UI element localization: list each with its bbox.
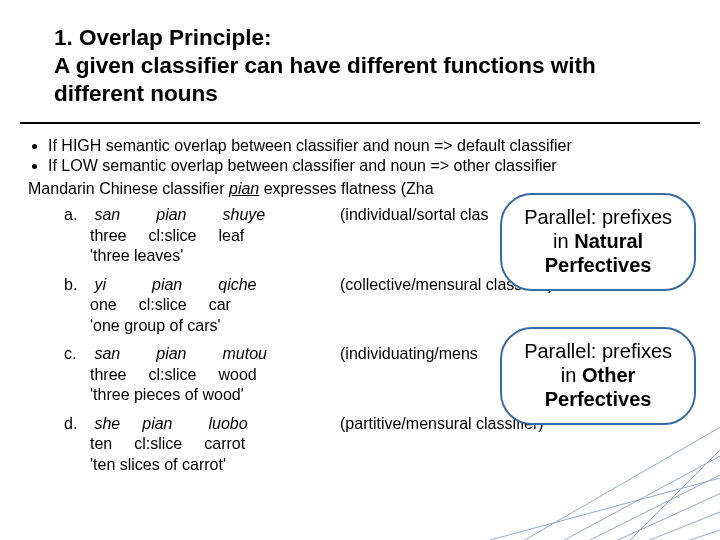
callout-bold: Perfectives bbox=[545, 254, 652, 276]
example-label: b. bbox=[64, 275, 90, 295]
slide-title: 1. Overlap Principle: A given classifier… bbox=[54, 24, 666, 108]
word: pian bbox=[156, 205, 186, 225]
gloss-word: ten bbox=[90, 434, 112, 454]
word: yi bbox=[94, 275, 106, 295]
example-words: sanpianshuye bbox=[94, 205, 301, 225]
word: pian bbox=[152, 275, 182, 295]
gloss-word: carrot bbox=[204, 434, 245, 454]
word: qiche bbox=[218, 275, 256, 295]
example-label: c. bbox=[64, 344, 90, 364]
example-label: d. bbox=[64, 414, 90, 434]
gloss-word: leaf bbox=[218, 226, 244, 246]
example-label: a. bbox=[64, 205, 90, 225]
callout-natural-perfectives: Parallel: prefixes in Natural Perfective… bbox=[500, 193, 696, 291]
svg-line-3 bbox=[550, 500, 720, 540]
bullet-list: If HIGH semantic overlap between classif… bbox=[28, 136, 692, 177]
word: san bbox=[94, 344, 120, 364]
title-line2: A given classifier can have different fu… bbox=[54, 53, 596, 106]
word: shuye bbox=[223, 205, 266, 225]
gloss-word: wood bbox=[218, 365, 256, 385]
title-block: 1. Overlap Principle: A given classifier… bbox=[54, 24, 666, 108]
callout-line: Parallel: prefixes bbox=[524, 206, 672, 228]
callout-line: in bbox=[553, 230, 574, 252]
bullet-item: If LOW semantic overlap between classifi… bbox=[48, 156, 692, 176]
callout-bold: Other bbox=[582, 364, 635, 386]
gloss-word: cl:slice bbox=[148, 226, 196, 246]
callout-bold: Perfectives bbox=[545, 388, 652, 410]
bullet-item: If HIGH semantic overlap between classif… bbox=[48, 136, 692, 156]
gloss-word: three bbox=[90, 365, 126, 385]
intro-prefix: Mandarin Chinese classifier bbox=[28, 180, 229, 197]
example-note: (individual/sortal clas bbox=[340, 205, 489, 225]
example-words: sanpianmutou bbox=[94, 344, 303, 364]
word: san bbox=[94, 205, 120, 225]
callout-bold: Natural bbox=[574, 230, 643, 252]
word: pian bbox=[156, 344, 186, 364]
example-translation: 'ten slices of carrot' bbox=[90, 455, 692, 475]
word: mutou bbox=[223, 344, 267, 364]
callout-line: Parallel: prefixes bbox=[524, 340, 672, 362]
gloss-word: cl:slice bbox=[134, 434, 182, 454]
example-words: shepianluobo bbox=[94, 414, 283, 434]
example-note: (individuating/mens bbox=[340, 344, 478, 364]
example-gloss: onecl:slicecar bbox=[90, 295, 692, 315]
svg-line-4 bbox=[570, 520, 720, 540]
gloss-word: three bbox=[90, 226, 126, 246]
gloss-word: cl:slice bbox=[139, 295, 187, 315]
gloss-word: one bbox=[90, 295, 117, 315]
slide: 1. Overlap Principle: A given classifier… bbox=[0, 0, 720, 540]
gloss-word: car bbox=[209, 295, 231, 315]
content-area: If HIGH semantic overlap between classif… bbox=[28, 136, 692, 483]
word: luobo bbox=[209, 414, 248, 434]
callout-other-perfectives: Parallel: prefixes in Other Perfectives bbox=[500, 327, 696, 425]
intro-term: pian bbox=[229, 180, 259, 197]
example-words: yipianqiche bbox=[94, 275, 292, 295]
gloss-word: cl:slice bbox=[148, 365, 196, 385]
intro-rest: expresses flatness (Zha bbox=[259, 180, 433, 197]
word: pian bbox=[142, 414, 172, 434]
title-line1: 1. Overlap Principle: bbox=[54, 25, 272, 50]
example-gloss: tencl:slicecarrot bbox=[90, 434, 692, 454]
svg-line-2 bbox=[530, 480, 720, 540]
word: she bbox=[94, 414, 120, 434]
title-underline bbox=[20, 122, 700, 124]
callout-line: in bbox=[561, 364, 582, 386]
